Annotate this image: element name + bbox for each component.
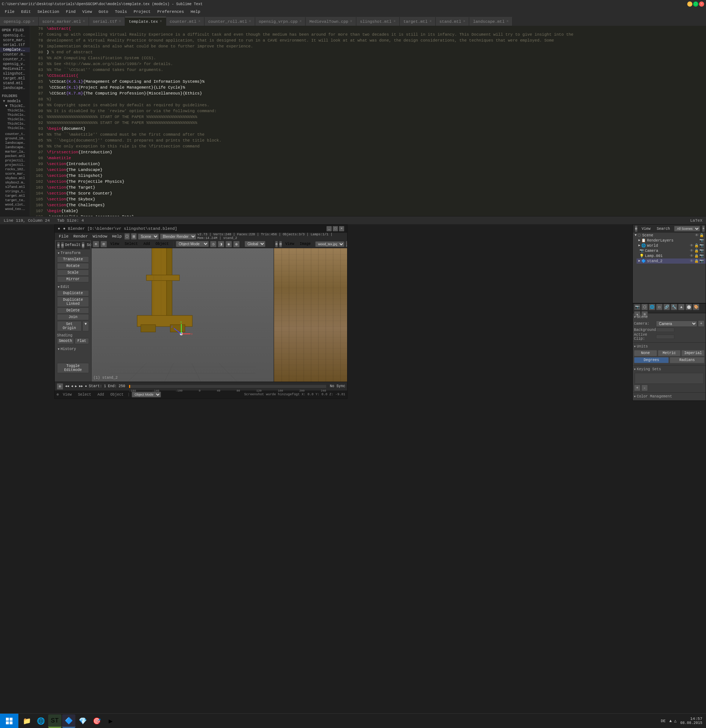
timeline-track[interactable]: -180-140-10004080120160200240 bbox=[129, 385, 326, 388]
flat-btn[interactable]: Flat bbox=[75, 338, 89, 344]
taskbar-blender-btn[interactable]: 🔷 bbox=[62, 714, 75, 728]
taskbar-explorer-btn[interactable]: 📁 bbox=[20, 714, 33, 728]
set-origin-menu-btn[interactable]: ▼ bbox=[82, 321, 89, 331]
vp-menu-object[interactable]: Object bbox=[153, 241, 171, 246]
none-btn[interactable]: None bbox=[634, 350, 657, 356]
menu-project[interactable]: Project bbox=[130, 9, 153, 15]
vp-icon2[interactable]: ⊞ bbox=[100, 241, 107, 247]
tex-pin-icon[interactable]: 📌 bbox=[346, 241, 347, 247]
code-area[interactable]: 7677787980 8182838485 8687888990 9192939… bbox=[30, 26, 706, 216]
bl-status-add[interactable]: Add bbox=[95, 392, 106, 397]
vp-shading3[interactable]: ◉ bbox=[225, 241, 232, 247]
sidebar-landscape[interactable]: landscape.mtl bbox=[0, 86, 30, 91]
menu-selection[interactable]: Selection bbox=[35, 9, 62, 15]
code-content[interactable]: \abstract{ Coming up with compelling Vir… bbox=[45, 26, 706, 216]
sidebar-thick3[interactable]: ThickCloudsWa... bbox=[0, 117, 30, 122]
sidebar-target-tex[interactable]: target_tex.jpg bbox=[0, 198, 30, 202]
minimize-button[interactable]: _ bbox=[687, 1, 692, 7]
bl-scene-select[interactable]: Scene bbox=[138, 234, 159, 240]
tab-close-opensig-vrpn[interactable]: × bbox=[299, 19, 302, 23]
ks-add-btn[interactable]: + bbox=[634, 384, 641, 391]
tree-renderlayers[interactable]: ► 📋 RenderLayers 📷 bbox=[637, 238, 706, 243]
cam-lock[interactable]: 🔒 bbox=[694, 248, 699, 253]
vp-icon1[interactable]: ⊕ bbox=[93, 241, 99, 247]
sidebar-landscape-mtl[interactable]: landscape.mtl bbox=[0, 141, 30, 145]
vp-shading1[interactable]: ◷ bbox=[210, 241, 217, 247]
bl-menu-window[interactable]: Window bbox=[91, 234, 110, 239]
menu-edit[interactable]: Edit bbox=[18, 9, 33, 15]
props-render-tab[interactable]: 📷 bbox=[634, 304, 641, 310]
tab-target[interactable]: target.mtl × bbox=[400, 17, 436, 26]
sidebar-landscape2[interactable]: landscape_mtl... bbox=[0, 145, 30, 150]
taskbar-browser-btn[interactable]: 🌐 bbox=[34, 714, 48, 728]
close-button[interactable]: × bbox=[699, 1, 704, 7]
bl-status-view[interactable]: View bbox=[61, 392, 74, 397]
sidebar-strings[interactable]: strings_tex.jpg bbox=[0, 189, 30, 194]
tex-icon2[interactable]: ⊞ bbox=[279, 241, 282, 247]
sidebar-counter-tex[interactable]: counter_tex.png bbox=[0, 132, 30, 136]
props-constraints-tab[interactable]: 🔗 bbox=[663, 304, 670, 310]
translate-btn[interactable]: Translate bbox=[57, 256, 89, 263]
duplicate-linked-btn[interactable]: Duplicate Linked bbox=[57, 297, 89, 307]
tab-stand[interactable]: stand.mtl × bbox=[436, 17, 469, 26]
bl-status-object[interactable]: Object bbox=[108, 392, 126, 397]
props-modifier-tab[interactable]: 🔧 bbox=[671, 304, 677, 310]
active-clip-swatch[interactable] bbox=[656, 335, 674, 339]
object-mode-select[interactable]: Object Mode bbox=[176, 241, 209, 247]
world-lock[interactable]: 🔒 bbox=[694, 243, 699, 248]
cam-render[interactable]: 📷 bbox=[699, 248, 704, 253]
menu-view[interactable]: View bbox=[79, 9, 95, 15]
sidebar-medieval[interactable]: MedievalTown.cpp bbox=[0, 66, 30, 71]
menu-find[interactable]: Find bbox=[63, 9, 78, 15]
tree-camera[interactable]: 📷 Camera 👁 🔒 📷 bbox=[637, 248, 706, 253]
bl-icon1[interactable]: ⬡ bbox=[124, 233, 130, 240]
tab-counter-roll[interactable]: counter_roll.mtl × bbox=[204, 17, 255, 26]
menu-help[interactable]: Help bbox=[188, 9, 203, 15]
mirror-btn[interactable]: Mirror bbox=[57, 276, 89, 282]
transform-header[interactable]: Transform bbox=[57, 250, 89, 256]
tex-image-select[interactable]: wood_tex.jpg bbox=[315, 241, 345, 247]
bl-menu-file[interactable]: File bbox=[56, 234, 71, 239]
view-options-icon[interactable]: ▤ bbox=[82, 242, 85, 248]
camera-add-btn[interactable]: + bbox=[698, 320, 705, 327]
delete-btn[interactable]: Delete bbox=[57, 308, 89, 313]
rotate-btn[interactable]: Rotate bbox=[57, 263, 89, 269]
tab-serial[interactable]: serial.ttf × bbox=[89, 17, 125, 26]
tree-world[interactable]: ► 🌐 World 👁 🔒 📷 bbox=[637, 243, 706, 248]
tab-close-opensig[interactable]: × bbox=[32, 19, 35, 23]
metric-btn[interactable]: Metric bbox=[658, 350, 681, 356]
sidebar-serial[interactable]: serial.ttf bbox=[0, 43, 30, 48]
camera-prop-select[interactable]: Camera bbox=[656, 321, 697, 327]
menu-file[interactable]: File bbox=[2, 9, 17, 15]
history-header[interactable]: History bbox=[57, 346, 89, 352]
props-texture-tab[interactable]: 🎨 bbox=[693, 304, 699, 310]
stand-lock[interactable]: 🔒 bbox=[694, 259, 699, 263]
taskbar-vs-btn[interactable]: 💎 bbox=[76, 714, 90, 728]
sidebar-wood-tex[interactable]: wood_tex.jpg bbox=[0, 207, 30, 211]
tab-opensig[interactable]: opensig.cpp × bbox=[0, 17, 39, 26]
timeline-icon1[interactable]: ⊕ bbox=[56, 383, 63, 390]
world-vis[interactable]: 👁 bbox=[690, 243, 693, 248]
props-data-tab[interactable]: ▲ bbox=[678, 304, 685, 310]
taskbar-sublime-btn[interactable]: ST bbox=[48, 714, 61, 728]
bl-render-select[interactable]: Blender Render bbox=[160, 234, 196, 240]
tex-icon1[interactable]: ⊕ bbox=[275, 241, 278, 247]
stand-vis[interactable]: 👁 bbox=[690, 259, 693, 263]
menu-tools[interactable]: Tools bbox=[112, 9, 130, 15]
ks-remove-btn[interactable]: - bbox=[641, 384, 648, 391]
lamp-vis[interactable]: 👁 bbox=[690, 254, 693, 258]
vp-shading2[interactable]: ◨ bbox=[218, 241, 224, 247]
tab-close-serial[interactable]: × bbox=[119, 19, 121, 23]
tab-close-target[interactable]: × bbox=[429, 19, 432, 23]
radians-btn[interactable]: Radians bbox=[670, 357, 705, 363]
menu-preferences[interactable]: Preferences bbox=[154, 9, 187, 15]
tree-lamp[interactable]: 💡 Lamp.001 👁 🔒 📷 bbox=[637, 253, 706, 259]
sidebar-opensig-vrpn[interactable]: opensig_vrpn.cpp bbox=[0, 62, 30, 66]
tab-landscape[interactable]: landscape.mtl × bbox=[469, 17, 513, 26]
sidebar-template[interactable]: template.tex bbox=[0, 48, 30, 52]
bl-icon2[interactable]: ▤ bbox=[131, 233, 136, 240]
sidebar-ground[interactable]: ground_1024_raw... bbox=[0, 136, 30, 141]
bl-menu-render[interactable]: Render bbox=[71, 234, 90, 239]
tab-score-marker[interactable]: score_marker.mtl × bbox=[39, 17, 90, 26]
sidebar-pocket[interactable]: pocket.mtl bbox=[0, 154, 30, 159]
